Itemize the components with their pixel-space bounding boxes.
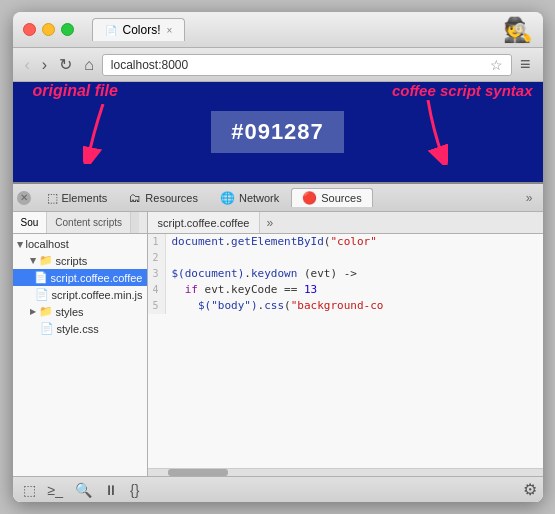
scrollbar-thumb[interactable]: [168, 469, 228, 476]
devtools-body: Sou Content scripts ▶ localhost: [13, 212, 543, 476]
toolbar-btn-inspect[interactable]: ⬚: [19, 480, 40, 500]
tree-arrow-styles: ▶: [30, 307, 36, 316]
toolbar-gear-button[interactable]: ⚙: [523, 480, 537, 499]
sources-left-panel: Sou Content scripts ▶ localhost: [13, 212, 148, 476]
folder-icon-styles: 📁: [39, 305, 53, 318]
panel-resize-handle[interactable]: [131, 212, 139, 233]
traffic-lights: [23, 23, 74, 36]
devtools-panel: ✕ ⬚ Elements 🗂 Resources 🌐 Network 🔴 Sou…: [13, 182, 543, 502]
spy-icon: 🕵️: [503, 16, 533, 44]
minimize-button[interactable]: [42, 23, 55, 36]
line-num-3: 3: [148, 266, 166, 282]
forward-button[interactable]: ›: [38, 54, 51, 76]
tree-label-style-css: style.css: [57, 323, 99, 335]
line-code-5: $("body").css("background-co: [166, 298, 384, 314]
tree-label-localhost: localhost: [26, 238, 69, 250]
toolbar-btn-search[interactable]: 🔍: [71, 480, 96, 500]
close-button[interactable]: [23, 23, 36, 36]
line-code-1: document.getElementById("color": [166, 234, 377, 250]
code-line-5: 5 $("body").css("background-co: [148, 298, 543, 314]
file-icon-minjs: 📄: [35, 288, 49, 301]
code-editor[interactable]: 1 document.getElementById("color" 2 3 $(…: [148, 234, 543, 468]
tree-item-styles[interactable]: ▶ 📁 styles: [13, 303, 147, 320]
devtools-tabs: ✕ ⬚ Elements 🗂 Resources 🌐 Network 🔴 Sou…: [13, 184, 543, 212]
code-line-4: 4 if evt.keyCode == 13: [148, 282, 543, 298]
file-tree: ▶ localhost ▶ 📁 scripts 📄 script.c: [13, 234, 147, 476]
code-tab-script[interactable]: script.coffee.coffee: [148, 212, 261, 233]
tab-favicon: 📄: [105, 25, 117, 36]
browser-window: 📄 Colors! × 🕵️ ‹ › ↻ ⌂ localhost:8000 ☆ …: [13, 12, 543, 502]
home-button[interactable]: ⌂: [80, 54, 98, 76]
code-line-3: 3 $(document).keydown (evt) ->: [148, 266, 543, 282]
maximize-button[interactable]: [61, 23, 74, 36]
tree-arrow-localhost: ▶: [15, 241, 24, 247]
back-button[interactable]: ‹: [21, 54, 34, 76]
toolbar-btn-console[interactable]: ≥_: [44, 480, 67, 500]
annotation-coffee-syntax: coffee script syntax: [392, 82, 533, 100]
code-tabs-more[interactable]: »: [260, 216, 279, 230]
sources-tab-content-scripts[interactable]: Content scripts: [47, 212, 131, 233]
tab-title: Colors!: [123, 23, 161, 37]
devtools-close-button[interactable]: ✕: [17, 191, 31, 205]
refresh-button[interactable]: ↻: [55, 53, 76, 76]
tree-arrow-scripts: ▶: [28, 258, 37, 264]
tree-item-localhost[interactable]: ▶ localhost: [13, 236, 147, 252]
line-code-4: if evt.keyCode == 13: [166, 282, 318, 298]
tree-item-script-min[interactable]: 📄 script.coffee.min.js: [13, 286, 147, 303]
tree-item-scripts[interactable]: ▶ 📁 scripts: [13, 252, 147, 269]
color-value-display: #091287: [211, 111, 344, 153]
menu-button[interactable]: ≡: [516, 54, 535, 75]
bookmark-button[interactable]: ☆: [490, 57, 503, 73]
elements-icon: ⬚: [47, 191, 58, 205]
arrow-coffee-syntax: [398, 100, 448, 165]
code-tabs: script.coffee.coffee »: [148, 212, 543, 234]
file-icon-css: 📄: [40, 322, 54, 335]
devtools-tab-elements[interactable]: ⬚ Elements: [37, 189, 118, 207]
network-icon: 🌐: [220, 191, 235, 205]
devtools-tab-sources-label: Sources: [321, 192, 361, 204]
tree-label-script-coffee: script.coffee.coffee: [51, 272, 143, 284]
devtools-toolbar: ⬚ ≥_ 🔍 ⏸ {} ⚙: [13, 476, 543, 502]
devtools-tab-resources[interactable]: 🗂 Resources: [119, 189, 208, 207]
tree-item-script-coffee[interactable]: 📄 script.coffee.coffee: [13, 269, 147, 286]
code-scrollbar[interactable]: [148, 468, 543, 476]
tree-label-scripts: scripts: [56, 255, 88, 267]
line-code-3: $(document).keydown (evt) ->: [166, 266, 357, 282]
toolbar-btn-pause[interactable]: ⏸: [100, 480, 122, 500]
line-num-5: 5: [148, 298, 166, 314]
resources-icon: 🗂: [129, 191, 141, 205]
line-num-4: 4: [148, 282, 166, 298]
title-bar: 📄 Colors! × 🕵️: [13, 12, 543, 48]
sources-panel-tabs: Sou Content scripts: [13, 212, 147, 234]
devtools-tab-network[interactable]: 🌐 Network: [210, 189, 289, 207]
content-scripts-tab-label: Content scripts: [55, 217, 122, 228]
line-code-2: [166, 250, 172, 266]
page-content-wrapper: #091287 original file coffee script synt…: [13, 82, 543, 182]
toolbar-btn-format[interactable]: {}: [126, 480, 143, 500]
devtools-tab-sources[interactable]: 🔴 Sources: [291, 188, 372, 207]
tab-area: 📄 Colors! ×: [82, 18, 533, 41]
sources-right-panel: script.coffee.coffee » 1 document.getEle…: [148, 212, 543, 476]
code-tab-label: script.coffee.coffee: [158, 217, 250, 229]
file-icon-coffee: 📄: [34, 271, 48, 284]
tree-label-styles: styles: [56, 306, 84, 318]
address-text: localhost:8000: [111, 58, 188, 72]
sources-icon: 🔴: [302, 191, 317, 205]
line-num-1: 1: [148, 234, 166, 250]
code-line-2: 2: [148, 250, 543, 266]
browser-tab[interactable]: 📄 Colors! ×: [92, 18, 186, 41]
page-content: #091287 original file coffee script synt…: [13, 82, 543, 182]
folder-icon: 📁: [39, 254, 53, 267]
address-bar[interactable]: localhost:8000 ☆: [102, 54, 512, 76]
devtools-tab-network-label: Network: [239, 192, 279, 204]
annotation-original-file: original file: [33, 82, 118, 100]
tree-label-script-min: script.coffee.min.js: [52, 289, 143, 301]
devtools-tab-elements-label: Elements: [62, 192, 108, 204]
arrow-original-file: [83, 104, 123, 164]
line-num-2: 2: [148, 250, 166, 266]
devtools-more-button[interactable]: »: [520, 191, 539, 205]
tab-close-button[interactable]: ×: [167, 25, 173, 36]
code-line-1: 1 document.getElementById("color": [148, 234, 543, 250]
tree-item-style-css[interactable]: 📄 style.css: [13, 320, 147, 337]
sources-tab-sources[interactable]: Sou: [13, 212, 48, 233]
